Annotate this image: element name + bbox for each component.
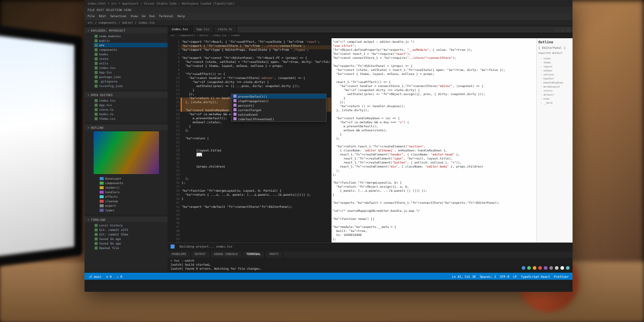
menu-item[interactable]: View: [130, 14, 137, 19]
code-line[interactable]: [333, 205, 535, 209]
outline-item[interactable]: · onClose: [538, 72, 571, 76]
code-line[interactable]: }: [182, 88, 330, 92]
autocomplete-item[interactable]: currentTarget: [231, 108, 326, 112]
outline-item[interactable]: · noop: [538, 97, 571, 101]
sidebar-item[interactable]: store.ts: [94, 107, 168, 112]
outline-item[interactable]: · layout: [538, 64, 571, 68]
code-line[interactable]: [333, 76, 535, 80]
code-line[interactable]: ts: 1699910400: [333, 233, 535, 237]
sidebar-item[interactable]: hooks.ts: [94, 112, 168, 116]
code-line[interactable]: [182, 169, 330, 173]
menu-item[interactable]: Selection: [110, 14, 127, 19]
code-line[interactable]: setState((prev) => ({ ...prev, dirty: sn…: [182, 84, 330, 88]
code-line[interactable]: [182, 185, 330, 189]
sidebar-item[interactable]: App.tsx: [94, 70, 168, 74]
code-line[interactable]: [182, 68, 330, 72]
code-line[interactable]: [182, 156, 330, 160]
code-line[interactable]: [333, 140, 535, 144]
menu-item[interactable]: Go: [142, 14, 145, 19]
sidebar-item[interactable]: store: [94, 56, 168, 61]
autocomplete-item[interactable]: nativeEvent: [231, 112, 326, 117]
code-line[interactable]: "kw">const { theme, layout, onSave, onCl…: [333, 72, 535, 76]
outline-item[interactable]: · mergeLayout: [538, 85, 571, 89]
editor-tab[interactable]: App.tsx: [193, 26, 214, 33]
terminal-tab[interactable]: PORTS: [265, 252, 283, 258]
autocomplete-popup[interactable]: preventDefault()stopPropagation()persist…: [231, 94, 327, 122]
code-line[interactable]: [182, 132, 330, 136]
code-line[interactable]: "kw">return "fn">Object.assign({}, a, b,: [333, 185, 535, 189]
editor-pane-light[interactable]: "cm">/* compiled output — editor.bundle.…: [332, 38, 536, 243]
code-line[interactable]: built: "kw">true,: [333, 229, 535, 233]
code-line[interactable]: "cm">/* sourceMappingURL=editor.bundle.j…: [333, 209, 535, 213]
sidebar-item[interactable]: index.tsx: [94, 98, 168, 103]
code-line[interactable]: "kw">const handler = "fn">connectStore('…: [182, 76, 330, 80]
status-item[interactable]: ⎇ main: [89, 275, 101, 278]
code-line[interactable]: "kw">function "fn">mergeLayout(a: Layout…: [182, 189, 330, 193]
path-breadcrumb[interactable]: src / components / editor / index.tsx: [85, 20, 573, 26]
code-line[interactable]: `editor ${theme}`} onKeyDown={handleKeyD…: [182, 140, 330, 144]
sidebar-item[interactable]: Local history: [94, 223, 168, 227]
code-line[interactable]: };: [333, 237, 535, 241]
code-line[interactable]: "kw">const connectStore_1 = "kw">require…: [333, 56, 535, 60]
status-item[interactable]: LF: [513, 275, 517, 278]
code-line[interactable]: "editor-head">: [182, 144, 330, 148]
code-line[interactable]: }: [182, 197, 330, 201]
sidebar-item[interactable]: Saved 5m ago: [94, 241, 168, 246]
outline-item[interactable]: · default: [538, 93, 571, 97]
code-line[interactable]: "kw">if (e.metaKey && e.key === "s") {: [333, 120, 535, 124]
autocomplete-item[interactable]: stopPropagation(): [231, 99, 326, 103]
terminal-tab[interactable]: OUTPUT: [191, 252, 210, 258]
status-item[interactable]: TypeScript React: [521, 275, 550, 278]
code-line[interactable]: react_1."fn">createElement("div", { clas…: [333, 165, 535, 169]
code-line[interactable]: { panels: [...a.panels, ...(b.panels || …: [333, 189, 535, 193]
sidebar-item[interactable]: hooks: [94, 52, 168, 56]
code-line[interactable]: [333, 241, 535, 243]
status-item[interactable]: UTF-8: [500, 275, 509, 278]
sidebar-item[interactable]: src: [94, 43, 168, 47]
outline-item[interactable]: · state: [538, 56, 571, 60]
code-line[interactable]: "kw">function "fn">mergeLayout(a, b) {: [333, 181, 535, 185]
sidebar-item[interactable]: index.tsx: [94, 65, 168, 70]
code-line[interactable]: [182, 173, 330, 177]
code-line[interactable]: "kw">if (snapshot.dirty !== state.dirty)…: [333, 88, 535, 92]
layer-item[interactable]: handlers: [88, 190, 168, 194]
code-line[interactable]: "kw">return () => handler.dispose();: [333, 104, 535, 108]
terminal-tab[interactable]: DEBUG CONSOLE: [210, 252, 243, 258]
code-line[interactable]: "kw">export "kw">const "fn">EditorPanel:…: [182, 56, 330, 60]
terminal-tabs[interactable]: PROBLEMSOUTPUTDEBUG CONSOLETERMINALPORTS: [168, 252, 573, 258]
open-editors-header[interactable]: OPEN EDITORS: [85, 92, 168, 98]
sidebar-item[interactable]: Git: commit a3f2: [94, 227, 168, 232]
preview-thumbnail[interactable]: [94, 131, 159, 174]
code-line[interactable]: };: [333, 173, 535, 177]
code-line[interactable]: }, [state.dirty]);: [333, 108, 535, 112]
code-line[interactable]: };: [333, 136, 535, 140]
autocomplete-item[interactable]: persist(): [231, 103, 326, 108]
terminal-tab[interactable]: PROBLEMS: [168, 252, 191, 258]
outline-item[interactable]: · return: [538, 89, 571, 93]
outline-item[interactable]: · onSave: [538, 68, 571, 72]
code-line[interactable]: }: [333, 96, 535, 100]
layer-item[interactable]: cleanup: [88, 199, 168, 203]
tab-bar[interactable]: index.tsxApp.tsxstore.ts: [168, 26, 573, 33]
sidebar-item[interactable]: theme.css: [94, 116, 168, 121]
code-line[interactable]: "kw">module."kw">exports.__meta = {: [333, 225, 535, 229]
layer-item[interactable]: render(): [88, 185, 168, 190]
code-line[interactable]: react_1."fn">createElement("header", { c…: [333, 152, 535, 156]
code-line[interactable]: [333, 112, 535, 116]
layer-item[interactable]: effects: [88, 194, 168, 199]
code-line[interactable]: "cm">/* compiled output — editor.bundle.…: [333, 40, 535, 44]
terminal-tab[interactable]: TERMINAL: [243, 252, 266, 258]
layer-item[interactable]: export: [88, 203, 168, 208]
outline-item[interactable]: · __meta: [538, 101, 571, 105]
sidebar-item[interactable]: components: [94, 47, 168, 52]
code-line[interactable]: );: [333, 169, 535, 173]
code-line[interactable]: [333, 60, 535, 64]
code-line[interactable]: }: [333, 132, 535, 136]
outline-item[interactable]: · handleKeyDown: [538, 80, 571, 85]
code-line[interactable]: "kw">exports."fn">EditorPanel = (props) …: [333, 64, 535, 68]
status-item[interactable]: Spaces: 2: [479, 275, 496, 278]
code-line[interactable]: "editor-body">: [182, 160, 330, 165]
code-line[interactable]: "kw">function noop() {}: [333, 217, 535, 221]
code-line[interactable]: "kw">export "kw">default "fn">connectSto…: [182, 205, 330, 209]
sidebar-item[interactable]: .gitignore: [94, 79, 168, 84]
